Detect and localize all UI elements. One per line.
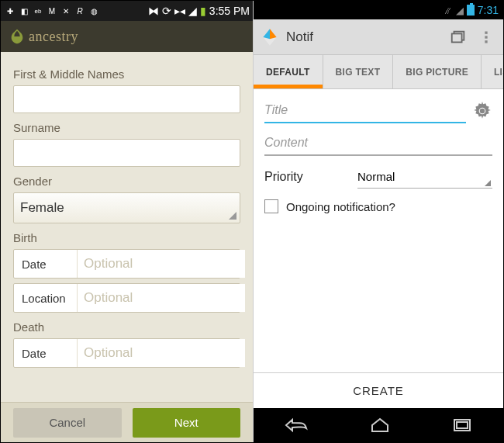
priority-value: Normal [357,170,395,183]
death-date-input[interactable] [78,339,245,367]
app-icon: ◧ [18,5,30,17]
back-icon[interactable] [285,417,308,433]
ebay-icon: eb [32,5,44,17]
gender-label: Gender [13,175,240,188]
person-form: First & Middle Names Surname Gender Fema… [1,52,253,402]
death-date-label: Date [14,339,78,367]
first-names-input[interactable] [13,85,240,113]
battery-icon [467,5,475,16]
birth-location-label: Location [14,284,78,312]
next-button[interactable]: Next [133,408,241,438]
birth-location-input[interactable] [78,284,245,312]
notif-screen: ⫽ ◢ 7:31 Notif DEFAULT BIG TEXT BIG PICT… [254,1,503,442]
app-title: Notif [286,29,441,45]
drop-icon: ◍ [88,5,100,17]
wifi-icon: ▸◂ [174,5,185,17]
svg-rect-7 [457,422,468,428]
death-date-row: Date [13,338,240,368]
app-header: ancestry [1,21,253,52]
tab-bigpicture[interactable]: BIG PICTURE [393,55,482,88]
svg-rect-3 [485,36,487,38]
priority-select[interactable]: Normal [357,165,492,189]
tab-bar: DEFAULT BIG TEXT BIG PICTURE LIS [254,55,503,89]
windows-icon[interactable] [447,26,469,48]
signal-icon: ◢ [456,5,464,16]
svg-rect-4 [485,40,487,43]
gear-icon[interactable] [472,101,492,121]
ongoing-label: Ongoing notification? [286,200,395,213]
leaf-icon [9,28,26,45]
birth-date-label: Date [14,250,78,278]
surname-label: Surname [13,121,240,134]
home-icon[interactable] [370,417,390,433]
cancel-button[interactable]: Cancel [13,408,122,438]
birth-date-row: Date [13,249,240,279]
form-footer: Cancel Next [1,402,253,442]
battery-icon: ▮ [200,5,206,17]
svg-rect-1 [452,33,462,42]
gender-value: Female [20,200,64,216]
android-status-bar: ⫽ ◢ 7:31 [254,1,503,19]
sync-icon: ⟳ [162,5,171,17]
birth-label: Birth [13,231,240,244]
signal-icon: ◢ [188,5,197,17]
plus-icon: ✚ [4,5,16,17]
android-nav-bar [254,408,503,442]
system-icons: ⧓ ⟳ ▸◂ ◢ ▮ 3:55 PM [148,5,250,17]
priority-label: Priority [264,170,357,184]
clock-text: 3:55 PM [209,5,250,17]
ancestry-screen: ✚ ◧ eb M ✕ R ◍ ⧓ ⟳ ▸◂ ◢ ▮ 3:55 PM ancest… [1,1,254,442]
app-logo-icon [260,27,280,47]
action-bar: Notif [254,19,503,55]
create-button[interactable]: CREATE [254,372,503,408]
death-label: Death [13,320,240,334]
svg-rect-2 [485,31,487,33]
r-icon: R [74,5,86,17]
birth-date-input[interactable] [78,250,245,278]
ongoing-checkbox[interactable] [264,199,278,213]
close-icon: ✕ [60,5,72,17]
tab-bigtext[interactable]: BIG TEXT [323,55,394,88]
vibrate-icon: ⫽ [443,5,453,16]
tab-list[interactable]: LIS [482,55,503,88]
recents-icon[interactable] [452,417,472,433]
clock-text: 7:31 [478,4,499,16]
gender-select[interactable]: Female [13,192,240,223]
bluetooth-icon: ⧓ [148,5,159,17]
notification-icons: ✚ ◧ eb M ✕ R ◍ [4,5,100,17]
system-icons: ⫽ ◢ 7:31 [443,4,499,16]
content-input[interactable] [264,131,492,156]
ancestry-logo: ancestry [9,28,78,45]
birth-location-row: Location [13,283,240,313]
notif-form: Priority Normal Ongoing notification? [254,89,503,372]
gmail-icon: M [46,5,58,17]
brand-text: ancestry [29,29,78,45]
surname-input[interactable] [13,139,240,167]
tab-default[interactable]: DEFAULT [254,55,323,88]
svg-point-5 [480,109,485,114]
overflow-icon[interactable] [475,26,497,48]
android-status-bar: ✚ ◧ eb M ✕ R ◍ ⧓ ⟳ ▸◂ ◢ ▮ 3:55 PM [1,1,253,21]
title-input[interactable] [264,99,466,123]
first-names-label: First & Middle Names [13,67,240,81]
